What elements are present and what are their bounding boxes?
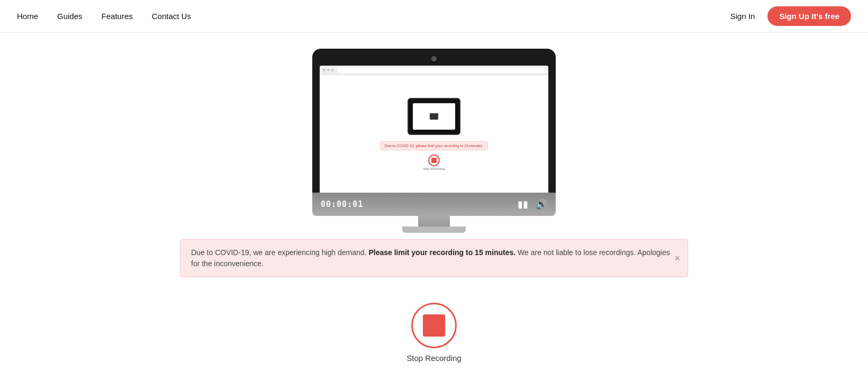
inner-stop-circle[interactable] (428, 155, 440, 166)
monitor-controls: ▮▮ 🔊 (518, 198, 547, 210)
inner-stop-square (431, 158, 437, 163)
nav-right: Sign In Sign Up It's free (730, 6, 851, 26)
mini-icon (430, 113, 438, 120)
nav-links: Home Guides Features Contact Us (17, 12, 730, 21)
monitor-stand (418, 216, 450, 227)
monitor-base (402, 227, 466, 233)
main-content: Due to COVID-19, please limit your recor… (0, 33, 868, 363)
mini-monitor (408, 98, 460, 135)
volume-icon[interactable]: 🔊 (536, 198, 547, 210)
monitor: Due to COVID-19, please limit your recor… (312, 49, 556, 193)
pause-icon[interactable]: ▮▮ (518, 198, 528, 210)
browser-dot-2 (327, 69, 330, 71)
monitor-bottom: 00:00:01 ▮▮ 🔊 (312, 193, 556, 216)
monitor-camera (431, 56, 437, 61)
mini-screen (413, 103, 455, 130)
monitor-timer: 00:00:01 (321, 200, 363, 209)
alert-prefix: Due to COVID-19, we are experiencing hig… (191, 248, 368, 257)
alert-banner: Due to COVID-19, we are experiencing hig… (180, 239, 688, 277)
monitor-screen: Due to COVID-19, please limit your recor… (320, 66, 548, 193)
browser-dot-1 (323, 69, 326, 71)
nav-contact[interactable]: Contact Us (152, 12, 191, 21)
nav-features[interactable]: Features (102, 12, 133, 21)
navbar: Home Guides Features Contact Us Sign In … (0, 0, 868, 33)
inner-alert: Due to COVID-19, please limit your recor… (380, 141, 488, 150)
stop-recording-button[interactable] (411, 303, 457, 348)
sign-in-link[interactable]: Sign In (730, 12, 755, 21)
inner-stop: Stop Recording (423, 155, 445, 170)
inner-stop-label: Stop Recording (423, 167, 445, 170)
browser-bar (320, 66, 548, 75)
alert-bold: Please limit your recording to 15 minute… (368, 248, 516, 257)
stop-recording-area: Stop Recording (406, 303, 461, 363)
nav-home[interactable]: Home (17, 12, 38, 21)
browser-dot-3 (331, 69, 334, 71)
browser-content: Due to COVID-19, please limit your recor… (320, 75, 548, 193)
nav-guides[interactable]: Guides (57, 12, 83, 21)
monitor-wrapper: Due to COVID-19, please limit your recor… (312, 49, 556, 233)
stop-square-icon (423, 314, 445, 337)
signup-button[interactable]: Sign Up It's free (767, 6, 851, 26)
alert-close-button[interactable]: × (674, 254, 680, 263)
stop-recording-label: Stop Recording (406, 354, 461, 363)
browser-address (338, 68, 545, 73)
